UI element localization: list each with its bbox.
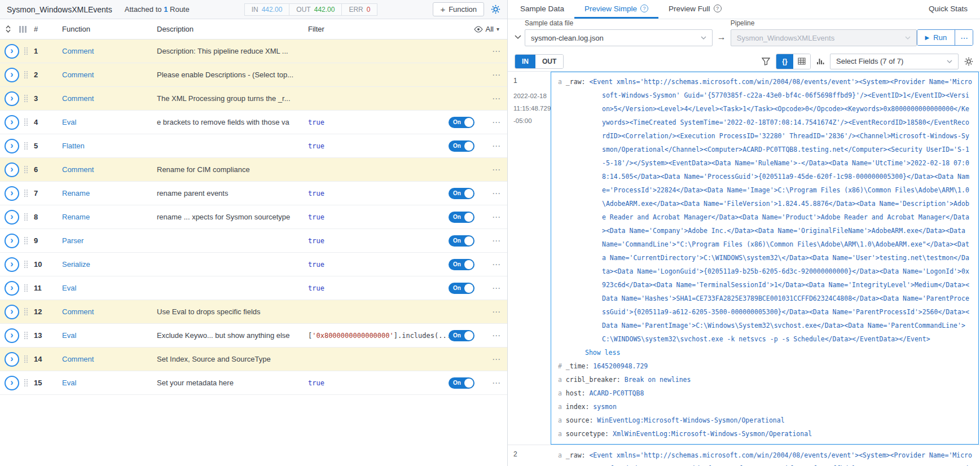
attached-route-count[interactable]: 1 (164, 5, 168, 14)
function-name-link[interactable]: Comment (62, 355, 157, 363)
function-on-toggle[interactable]: On (449, 140, 474, 152)
sort-icon[interactable] (6, 25, 19, 33)
row-menu-button[interactable]: ⋯ (486, 46, 507, 56)
row-menu-button[interactable]: ⋯ (486, 141, 507, 151)
drag-handle[interactable] (24, 47, 32, 55)
function-row[interactable]: › 5 Flatten true On ⋯ (0, 134, 507, 158)
step-chevron-icon[interactable]: › (5, 68, 19, 82)
pipeline-select[interactable]: Sysmon_WindowsXMLEvents (731, 29, 917, 46)
function-row[interactable]: › 6 Comment Rename for CIM compliance ⋯ (0, 158, 507, 182)
drag-handle[interactable] (24, 260, 32, 269)
function-name-link[interactable]: Comment (62, 47, 157, 55)
drag-handle[interactable] (24, 118, 32, 126)
preview-settings-gear-icon[interactable] (964, 57, 973, 66)
row-menu-button[interactable]: ⋯ (486, 70, 507, 80)
function-on-toggle[interactable]: On (449, 377, 474, 389)
function-on-toggle[interactable]: On (449, 283, 474, 294)
function-name-link[interactable]: Eval (62, 331, 157, 340)
tab-quick-stats[interactable]: Quick Stats (919, 0, 978, 19)
function-row[interactable]: › 12 Comment Use Eval to drops specific … (0, 300, 507, 324)
function-row[interactable]: › 8 Rename rename ... xpects for Sysmon … (0, 205, 507, 229)
row-menu-button[interactable]: ⋯ (486, 354, 507, 364)
in-tab[interactable]: IN (515, 55, 535, 68)
function-on-toggle[interactable]: On (449, 117, 474, 128)
help-icon[interactable]: ? (640, 5, 648, 12)
function-row[interactable]: › 15 Eval Set your metadata here true On… (0, 371, 507, 395)
row-menu-button[interactable]: ⋯ (486, 94, 507, 104)
function-name-link[interactable]: Eval (62, 379, 157, 387)
tab-preview-simple[interactable]: Preview Simple ? (574, 0, 658, 19)
step-chevron-icon[interactable]: › (5, 234, 19, 248)
row-menu-button[interactable]: ⋯ (486, 165, 507, 175)
step-chevron-icon[interactable]: › (5, 376, 19, 390)
drag-handle[interactable] (24, 94, 32, 103)
function-row[interactable]: › 2 Comment Please enable Descriptions -… (0, 63, 507, 87)
function-row[interactable]: › 14 Comment Set Index, Source and Sourc… (0, 348, 507, 371)
show-toggle-link[interactable]: Show less (585, 346, 973, 359)
function-row[interactable]: › 13 Eval Exclude Keywo... but show anyt… (0, 324, 507, 348)
step-chevron-icon[interactable]: › (5, 257, 19, 272)
function-on-toggle[interactable]: On (449, 235, 474, 247)
function-on-toggle[interactable]: On (449, 188, 474, 199)
step-chevron-icon[interactable]: › (5, 91, 19, 106)
drag-handle[interactable] (24, 284, 32, 292)
function-name-link[interactable]: Eval (62, 118, 157, 126)
table-view-button[interactable] (793, 54, 810, 69)
function-row[interactable]: › 1 Comment Description: This pipeline r… (0, 39, 507, 63)
attached-routes[interactable]: Attached to 1 Route (125, 5, 190, 14)
step-chevron-icon[interactable]: › (5, 44, 19, 59)
drag-handle[interactable] (24, 307, 32, 316)
row-menu-button[interactable]: ⋯ (486, 212, 507, 222)
sample-data-file-select[interactable]: sysmon-clean.log.json (525, 29, 713, 46)
function-on-toggle[interactable]: On (449, 259, 474, 270)
function-row[interactable]: › 7 Rename rename parent events true On … (0, 182, 507, 205)
columns-icon[interactable] (19, 26, 32, 33)
drag-handle[interactable] (24, 213, 32, 221)
drag-handle[interactable] (24, 331, 32, 340)
function-on-toggle[interactable]: On (449, 330, 474, 341)
json-view-button[interactable]: {} (776, 54, 793, 69)
step-chevron-icon[interactable]: › (5, 210, 19, 225)
event-row[interactable]: 1 2022-02-18 11:15:48.729 -05:00 a _raw:… (508, 72, 980, 445)
row-menu-button[interactable]: ⋯ (486, 260, 507, 270)
help-icon[interactable]: ? (714, 5, 722, 12)
row-menu-button[interactable]: ⋯ (486, 236, 507, 246)
drag-handle[interactable] (24, 236, 32, 245)
filter-funnel-icon[interactable] (762, 58, 770, 65)
function-name-link[interactable]: Rename (62, 189, 157, 197)
function-name-link[interactable]: Serialize (62, 260, 157, 269)
function-row[interactable]: › 3 Comment The XML Processing group tur… (0, 87, 507, 111)
step-chevron-icon[interactable]: › (5, 305, 19, 319)
function-name-link[interactable]: Flatten (62, 142, 157, 150)
add-function-button[interactable]: + Function (433, 2, 484, 16)
drag-handle[interactable] (24, 71, 32, 79)
function-name-link[interactable]: Rename (62, 213, 157, 221)
drag-handle[interactable] (24, 189, 32, 197)
row-menu-button[interactable]: ⋯ (486, 378, 507, 388)
select-fields-dropdown[interactable]: Select Fields (7 of 7) (830, 54, 959, 69)
row-menu-button[interactable]: ⋯ (486, 117, 507, 128)
row-menu-button[interactable]: ⋯ (486, 188, 507, 199)
tab-sample-data[interactable]: Sample Data (510, 0, 574, 19)
function-name-link[interactable]: Comment (62, 71, 157, 79)
step-chevron-icon[interactable]: › (5, 115, 19, 130)
visibility-filter-dropdown[interactable]: All ▾ (474, 25, 507, 33)
function-row[interactable]: › 4 Eval e brackets to remove fields wit… (0, 111, 507, 134)
drag-handle[interactable] (24, 142, 32, 150)
event-content[interactable]: a _raw: <Event xmlns='http://schemas.mic… (551, 72, 979, 445)
function-row[interactable]: › 9 Parser true On ⋯ (0, 229, 507, 253)
step-chevron-icon[interactable]: › (5, 328, 19, 343)
chart-icon[interactable] (816, 58, 824, 65)
function-name-link[interactable]: Parser (62, 236, 157, 245)
row-menu-button[interactable]: ⋯ (486, 283, 507, 293)
event-content[interactable]: a _raw: <Event xmlns='http://schemas.mic… (551, 445, 979, 466)
collapse-chevron-icon[interactable] (515, 32, 521, 42)
drag-handle[interactable] (24, 165, 32, 174)
step-chevron-icon[interactable]: › (5, 162, 19, 177)
function-row[interactable]: › 11 Eval true On ⋯ (0, 276, 507, 300)
out-tab[interactable]: OUT (535, 55, 563, 68)
step-chevron-icon[interactable]: › (5, 186, 19, 201)
drag-handle[interactable] (24, 355, 32, 363)
row-menu-button[interactable]: ⋯ (486, 307, 507, 317)
step-chevron-icon[interactable]: › (5, 352, 19, 367)
